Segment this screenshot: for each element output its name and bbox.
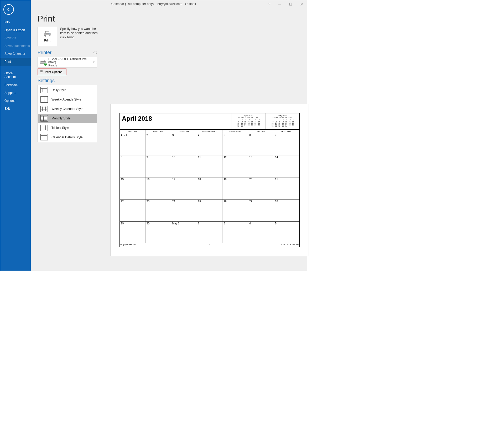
- calendar-cell: 4: [197, 133, 223, 155]
- svg-rect-9: [41, 60, 45, 61]
- print-intro-row: Print Specify how you want the item to b…: [38, 27, 300, 46]
- preview-footer-page-number: 1: [209, 243, 210, 246]
- calendar-cell: 5: [222, 133, 248, 155]
- sidebar-item-options[interactable]: Options: [0, 97, 31, 105]
- calendar-cell: 25: [197, 199, 223, 221]
- day-header: FRIDAY: [248, 130, 274, 133]
- sidebar-item-save-attachments: Save Attachments: [0, 42, 31, 50]
- help-icon[interactable]: ?: [268, 2, 270, 6]
- calendar-cell: 20: [248, 177, 274, 199]
- week-row: 22232425262728: [120, 199, 299, 222]
- calendar-cell: 4: [248, 222, 274, 243]
- calendar-cell: 16: [146, 177, 171, 199]
- style-weekly-agenda[interactable]: Weekly Agenda Style: [38, 95, 97, 104]
- calendar-cell: 15: [120, 177, 146, 199]
- calendar-cell: 29: [120, 222, 146, 243]
- sidebar-item-save-as: Save As: [0, 34, 31, 42]
- printer-ready-badge: [44, 63, 47, 66]
- day-header: TUESDAY: [171, 130, 197, 133]
- calendar-cell: 21: [274, 177, 299, 199]
- print-options-icon: [40, 70, 43, 74]
- titlebar: Calendar (This computer only) - terry@di…: [0, 0, 307, 8]
- preview-footer: terry@diswell.com 1 2018-04-03 3:48 PM: [120, 243, 299, 247]
- calendar-cell: May 1: [171, 222, 197, 243]
- day-header: SATURDAY: [274, 130, 299, 133]
- calendar-cell: 10: [171, 155, 197, 177]
- daily-style-icon: [40, 87, 48, 93]
- style-weekly-calendar[interactable]: Weekly Calendar Style: [38, 104, 97, 114]
- style-calendar-details[interactable]: Calendar Details Style: [38, 133, 97, 142]
- mini-calendar-may: May 2018SuMoTuWeThFrSa123456789101112131…: [265, 113, 299, 129]
- day-header: THURSDAY: [222, 130, 248, 133]
- calendar-cell: 30: [146, 222, 171, 243]
- svg-point-7: [49, 34, 50, 34]
- printer-status: Ready: [48, 64, 95, 67]
- print-button[interactable]: Print: [38, 27, 57, 46]
- calendar-cell: 6: [248, 133, 274, 155]
- backstage-sidebar: Info Open & Export Save As Save Attachme…: [0, 0, 31, 271]
- minimize-button[interactable]: [274, 0, 285, 8]
- printer-device-icon: [39, 59, 46, 65]
- calendar-cell: 17: [171, 177, 197, 199]
- maximize-button[interactable]: [285, 0, 296, 8]
- sidebar-item-exit[interactable]: Exit: [0, 105, 31, 113]
- calendar-cell: 22: [120, 199, 146, 221]
- sidebar-item-save-calendar[interactable]: Save Calendar: [0, 50, 31, 58]
- close-button[interactable]: [296, 0, 307, 8]
- day-header: WEDNESDAY: [197, 130, 223, 133]
- dropdown-icon: ▼: [93, 61, 95, 64]
- calendar-cell: 5: [274, 222, 299, 243]
- calendar-cell: 28: [274, 199, 299, 221]
- printer-selector[interactable]: HPA2F9A2 (HP Officejet Pro 8620) Ready ▼: [38, 57, 97, 67]
- preview-day-headers: SUNDAYMONDAYTUESDAYWEDNESDAYTHURSDAYFRID…: [120, 130, 299, 133]
- sidebar-item-print[interactable]: Print: [0, 58, 31, 66]
- sidebar-item-info[interactable]: Info: [0, 18, 31, 26]
- calendar-cell: 3: [171, 133, 197, 155]
- preview-page: April 2018 April 2018SuMoTuWeThFrSa12345…: [119, 113, 300, 247]
- print-intro-text: Specify how you want the item to be prin…: [60, 27, 100, 40]
- sidebar-item-open-export[interactable]: Open & Export: [0, 26, 31, 34]
- weekly-calendar-style-icon: [40, 106, 48, 112]
- calendar-cell: Apr 1: [120, 133, 146, 155]
- printer-info-icon[interactable]: i: [93, 51, 97, 54]
- sidebar-item-feedback[interactable]: Feedback: [0, 81, 31, 89]
- calendar-details-style-icon: [40, 134, 48, 140]
- printer-section-heading: Printer i: [38, 50, 97, 55]
- calendar-cell: 19: [222, 177, 248, 199]
- day-header: MONDAY: [146, 130, 171, 133]
- svg-rect-6: [45, 35, 49, 37]
- window-title: Calendar (This computer only) - terry@di…: [111, 2, 196, 6]
- calendar-cell: 23: [146, 199, 171, 221]
- settings-section-heading: Settings: [38, 78, 97, 83]
- print-options-button[interactable]: Print Options: [38, 69, 66, 75]
- page-title: Print: [38, 14, 300, 24]
- preview-header: April 2018 April 2018SuMoTuWeThFrSa12345…: [120, 113, 299, 130]
- style-daily[interactable]: Daily Style: [38, 85, 97, 95]
- calendar-cell: 27: [248, 199, 274, 221]
- printer-icon: [43, 31, 51, 37]
- week-row: 15161718192021: [120, 177, 299, 199]
- style-trifold[interactable]: Tri-fold Style: [38, 123, 97, 133]
- week-row: 2930May 12345: [120, 222, 299, 243]
- preview-footer-email: terry@diswell.com: [120, 243, 136, 247]
- style-monthly[interactable]: Monthly Style: [38, 114, 97, 123]
- calendar-cell: 2: [146, 133, 171, 155]
- sidebar-item-support[interactable]: Support: [0, 89, 31, 97]
- print-options-label: Print Options: [45, 70, 62, 73]
- calendar-cell: 12: [222, 155, 248, 177]
- calendar-cell: 9: [146, 155, 171, 177]
- preview-weeks: Apr 123456789101112131415161718192021222…: [120, 133, 299, 243]
- print-style-list: Daily Style Weekly Agenda Style Weekly C…: [38, 85, 97, 142]
- calendar-cell: 8: [120, 155, 146, 177]
- sidebar-item-office-account[interactable]: Office Account: [0, 69, 31, 81]
- weekly-agenda-style-icon: [40, 96, 48, 103]
- calendar-cell: 18: [197, 177, 223, 199]
- printer-name: HPA2F9A2 (HP Officejet Pro 8620): [48, 57, 95, 64]
- print-button-label: Print: [44, 39, 50, 42]
- back-button[interactable]: [3, 4, 14, 15]
- preview-month-title: April 2018: [120, 113, 231, 129]
- calendar-cell: 14: [274, 155, 299, 177]
- print-preview: April 2018 April 2018SuMoTuWeThFrSa12345…: [111, 104, 309, 256]
- calendar-cell: 11: [197, 155, 223, 177]
- week-row: Apr 1234567: [120, 133, 299, 155]
